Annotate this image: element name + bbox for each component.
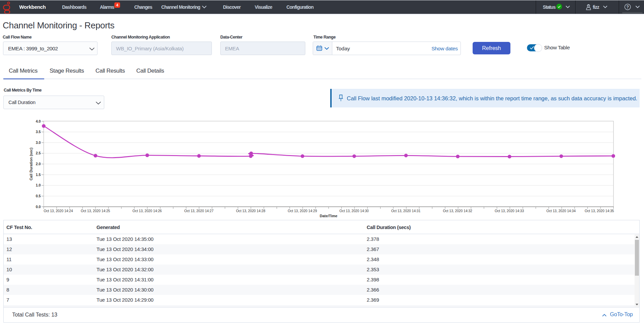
svg-text:Oct 13, 2020 14:28: Oct 13, 2020 14:28 — [236, 209, 265, 213]
svg-text:Oct 13, 2020 14:25: Oct 13, 2020 14:25 — [81, 209, 110, 213]
svg-text:Oct 13, 2020 14:33: Oct 13, 2020 14:33 — [495, 209, 524, 213]
svg-text:?: ? — [626, 5, 629, 9]
svg-text:Oct 13, 2020 14:24: Oct 13, 2020 14:24 — [44, 209, 73, 213]
svg-text:2.0: 2.0 — [36, 162, 41, 166]
svg-text:Oct 13, 2020 14:26: Oct 13, 2020 14:26 — [133, 209, 162, 213]
svg-text:Oct 13, 2020 14:32: Oct 13, 2020 14:32 — [443, 209, 472, 213]
svg-text:0.5: 0.5 — [36, 194, 41, 198]
svg-text:0.0: 0.0 — [36, 205, 41, 209]
svg-text:Oct 13, 2020 14:30: Oct 13, 2020 14:30 — [339, 209, 369, 213]
svg-text:Date/Time: Date/Time — [320, 214, 337, 218]
svg-text:1.5: 1.5 — [36, 173, 41, 177]
svg-text:Oct 13, 2020 14:27: Oct 13, 2020 14:27 — [184, 209, 214, 213]
svg-text:1.0: 1.0 — [36, 183, 41, 187]
svg-text:3.5: 3.5 — [36, 130, 41, 134]
svg-text:Oct 13, 2020 14:29: Oct 13, 2020 14:29 — [288, 209, 317, 213]
svg-text:Call Duration (sec): Call Duration (sec) — [29, 148, 33, 181]
svg-text:3.0: 3.0 — [36, 141, 41, 145]
svg-text:Oct 13, 2020 14:35: Oct 13, 2020 14:35 — [585, 209, 614, 213]
svg-text:Oct 13, 2020 14:34: Oct 13, 2020 14:34 — [547, 209, 576, 213]
svg-text:Oct 13, 2020 14:31: Oct 13, 2020 14:31 — [391, 209, 421, 213]
svg-text:4.0: 4.0 — [36, 119, 41, 123]
svg-text:2.5: 2.5 — [36, 151, 41, 155]
